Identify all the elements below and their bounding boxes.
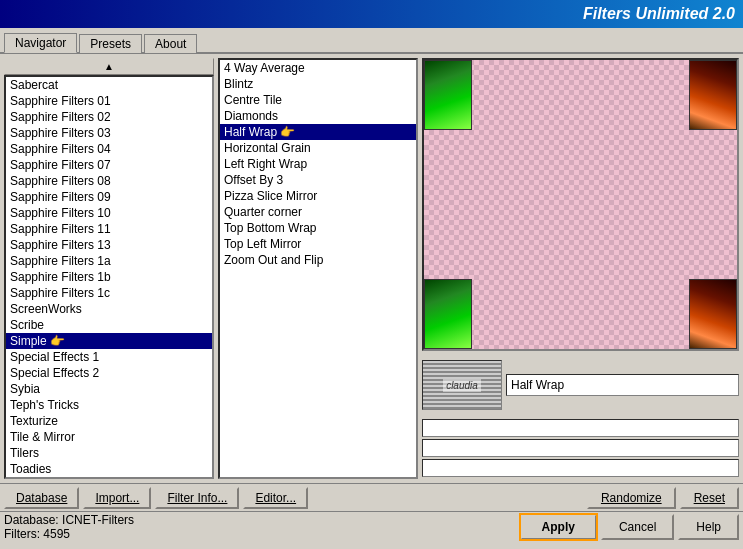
info-rows <box>422 419 739 479</box>
left-list-item[interactable]: Sapphire Filters 1b <box>6 269 212 285</box>
corner-top-right <box>689 60 737 130</box>
left-list-item[interactable]: Sapphire Filters 13 <box>6 237 212 253</box>
tab-presets[interactable]: Presets <box>79 34 142 53</box>
left-list-item[interactable]: Texturize <box>6 413 212 429</box>
randomize-button[interactable]: Randomize <box>587 487 676 509</box>
center-list-section: 4 Way AverageBlintzCentre TileDiamondsHa… <box>218 58 418 479</box>
title-text: Filters Unlimited 2.0 <box>583 5 735 23</box>
reset-button[interactable]: Reset <box>680 487 739 509</box>
center-list-item[interactable]: Zoom Out and Flip <box>220 252 416 268</box>
left-list-item[interactable]: Special Effects 1 <box>6 349 212 365</box>
corner-bottom-right <box>689 279 737 349</box>
info-row-2 <box>422 439 739 457</box>
left-list-item[interactable]: Toadies <box>6 461 212 477</box>
db-value: ICNET-Filters <box>62 513 134 527</box>
center-list-item[interactable]: Centre Tile <box>220 92 416 108</box>
left-list-section: ▲ SabercatSapphire Filters 01Sapphire Fi… <box>4 58 214 479</box>
left-list-item[interactable]: Teph's Tricks <box>6 397 212 413</box>
right-preview-section: claudia Half Wrap <box>422 58 739 479</box>
corner-top-left <box>424 60 472 130</box>
center-list-item[interactable]: Left Right Wrap <box>220 156 416 172</box>
center-list-item[interactable]: Quarter corner <box>220 204 416 220</box>
left-list-item[interactable]: Sapphire Filters 1a <box>6 253 212 269</box>
info-row-1 <box>422 419 739 437</box>
center-list-item[interactable]: Offset By 3 <box>220 172 416 188</box>
left-list-item[interactable]: Special Effects 2 <box>6 365 212 381</box>
apply-button[interactable]: Apply <box>520 514 597 540</box>
left-list-item[interactable]: Simple 👉 <box>6 333 212 349</box>
main-area: ▲ SabercatSapphire Filters 01Sapphire Fi… <box>0 54 743 483</box>
database-button[interactable]: Database <box>4 487 79 509</box>
left-list-item[interactable]: Sybia <box>6 381 212 397</box>
tab-about[interactable]: About <box>144 34 197 53</box>
tab-bar: Navigator Presets About <box>0 28 743 54</box>
center-list-item[interactable]: 4 Way Average <box>220 60 416 76</box>
tab-navigator[interactable]: Navigator <box>4 33 77 53</box>
category-list[interactable]: SabercatSapphire Filters 01Sapphire Filt… <box>4 75 214 479</box>
center-list-item[interactable]: Horizontal Grain <box>220 140 416 156</box>
left-list-item[interactable]: Sapphire Filters 11 <box>6 221 212 237</box>
center-list-item[interactable]: Half Wrap 👉 <box>220 124 416 140</box>
bottom-toolbar: Database Import... Filter Info... Editor… <box>0 483 743 511</box>
left-list-item[interactable]: Sapphire Filters 1c <box>6 285 212 301</box>
center-list-item[interactable]: Top Bottom Wrap <box>220 220 416 236</box>
left-list-item[interactable]: Tile & Mirror <box>6 429 212 445</box>
filter-thumbnail: claudia <box>422 360 502 410</box>
import-button[interactable]: Import... <box>83 487 151 509</box>
preview-box <box>422 58 739 351</box>
left-list-item[interactable]: Sapphire Filters 03 <box>6 125 212 141</box>
left-list-item[interactable]: Sapphire Filters 10 <box>6 205 212 221</box>
filter-info-button[interactable]: Filter Info... <box>155 487 239 509</box>
db-label: Database: <box>4 513 59 527</box>
left-list-item[interactable]: ScreenWorks <box>6 301 212 317</box>
center-list-item[interactable]: Blintz <box>220 76 416 92</box>
help-button[interactable]: Help <box>678 514 739 540</box>
filters-label: Filters: <box>4 527 40 541</box>
info-row-3 <box>422 459 739 477</box>
left-list-item[interactable]: Sabercat <box>6 77 212 93</box>
cancel-button[interactable]: Cancel <box>601 514 674 540</box>
filter-name-display: Half Wrap <box>506 374 739 396</box>
left-list-item[interactable]: Sapphire Filters 07 <box>6 157 212 173</box>
scroll-up-arrow[interactable]: ▲ <box>4 58 214 75</box>
filters-value: 4595 <box>43 527 70 541</box>
thumbnail-row: claudia Half Wrap <box>422 359 739 411</box>
corner-bottom-left <box>424 279 472 349</box>
right-toolbar-buttons: Randomize Reset <box>587 487 739 509</box>
editor-button[interactable]: Editor... <box>243 487 308 509</box>
left-list-item[interactable]: Sapphire Filters 08 <box>6 173 212 189</box>
left-list-item[interactable]: Sapphire Filters 04 <box>6 141 212 157</box>
status-bar: Database: ICNET-Filters Filters: 4595 Ap… <box>0 511 743 541</box>
title-bar: Filters Unlimited 2.0 <box>0 0 743 28</box>
left-list-item[interactable]: Tilers <box>6 445 212 461</box>
left-list-item[interactable]: Sapphire Filters 09 <box>6 189 212 205</box>
preview-checkerboard <box>424 60 737 349</box>
center-list-item[interactable]: Pizza Slice Mirror <box>220 188 416 204</box>
center-list-item[interactable]: Diamonds <box>220 108 416 124</box>
left-list-item[interactable]: Sapphire Filters 01 <box>6 93 212 109</box>
thumbnail-label: claudia <box>443 379 481 392</box>
left-list-item[interactable]: Scribe <box>6 317 212 333</box>
status-text: Database: ICNET-Filters Filters: 4595 <box>4 513 520 541</box>
center-list-item[interactable]: Top Left Mirror <box>220 236 416 252</box>
filter-list[interactable]: 4 Way AverageBlintzCentre TileDiamondsHa… <box>218 58 418 479</box>
left-list-item[interactable]: Sapphire Filters 02 <box>6 109 212 125</box>
